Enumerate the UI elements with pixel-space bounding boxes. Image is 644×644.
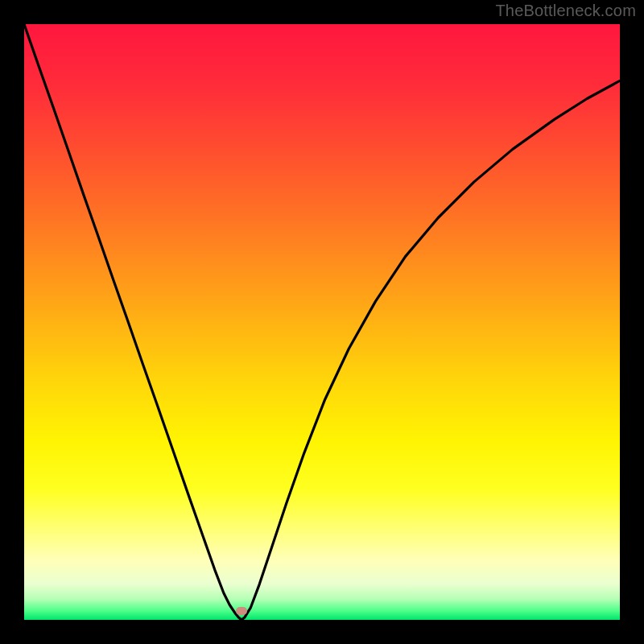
plot-area: [24, 24, 620, 620]
bottleneck-curve: [24, 24, 620, 620]
watermark-text: TheBottleneck.com: [495, 2, 636, 20]
optimal-point-marker: [236, 607, 247, 615]
chart-container: TheBottleneck.com: [0, 0, 644, 644]
